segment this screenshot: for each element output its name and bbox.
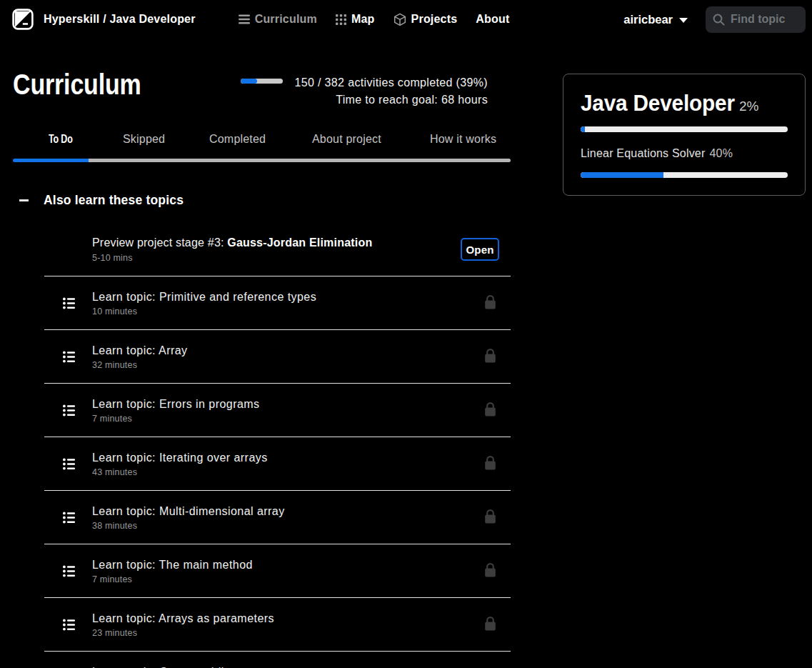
track-title-row: Java Developer2% — [581, 90, 788, 119]
topic-list: Preview project stage #3: Gauss-Jordan E… — [44, 162, 511, 668]
menu-icon — [239, 14, 250, 24]
lock-icon — [484, 455, 496, 470]
nav-label-about: About — [476, 13, 509, 26]
lock-icon — [484, 294, 496, 309]
topic-title[interactable]: Learn topic: Errors in programs — [92, 397, 259, 412]
track-percent: 2% — [739, 99, 758, 114]
nav-item-curriculum[interactable]: Curriculum — [239, 13, 317, 26]
topic-list-icon — [63, 565, 75, 577]
search-icon — [713, 14, 725, 26]
topic-title[interactable]: Learn topic: Iterating over arrays — [92, 450, 268, 465]
preview-project-name: Gauss-Jordan Elimination — [227, 236, 372, 249]
tab-to-do[interactable]: To Do — [49, 133, 73, 146]
topic-list-icon — [63, 619, 75, 631]
topic-title[interactable]: Learn topic: Primitive and reference typ… — [92, 289, 316, 304]
topic-row[interactable]: Learn topic: Command-line arguments — [44, 652, 511, 668]
topic-duration: 7 minutes — [92, 573, 132, 586]
topic-row[interactable]: Learn topic: The main method 7 minutes — [44, 544, 511, 598]
lock-icon — [484, 616, 496, 631]
nav-item-map[interactable]: Map — [336, 13, 375, 26]
cube-icon — [394, 13, 406, 26]
topic-duration: 10 minutes — [92, 305, 137, 318]
brand-title[interactable]: Hyperskill / Java Developer — [44, 13, 196, 26]
topic-duration: 7 minutes — [92, 412, 132, 425]
topic-row[interactable]: Learn topic: Array 32 minutes — [44, 330, 511, 384]
project-progress-fill — [581, 172, 663, 178]
topic-row[interactable]: Learn topic: Errors in programs 7 minute… — [44, 384, 511, 437]
preview-project-row[interactable]: Preview project stage #3: Gauss-Jordan E… — [44, 218, 511, 276]
nav-label-projects: Projects — [411, 13, 458, 26]
topic-duration: 38 minutes — [92, 519, 137, 532]
search-input[interactable] — [731, 13, 798, 26]
chevron-down-icon — [679, 18, 688, 23]
topic-duration: 23 minutes — [92, 627, 137, 639]
topic-title[interactable]: Learn topic: Multi-dimensional array — [92, 504, 285, 519]
topic-list-icon — [63, 458, 75, 470]
topic-title[interactable]: Learn topic: Array — [92, 343, 188, 358]
track-progress-bar — [581, 126, 788, 132]
topic-row[interactable]: Learn topic: Multi-dimensional array 38 … — [44, 491, 511, 544]
collapse-icon[interactable] — [19, 191, 29, 209]
nav-item-projects[interactable]: Projects — [394, 13, 458, 26]
tab-about-project[interactable]: About project — [312, 133, 381, 146]
track-progress-card: Java Developer2% Linear Equations Solver… — [563, 74, 806, 196]
lock-icon — [484, 509, 496, 524]
main-nav: Curriculum Map Projects — [239, 13, 510, 26]
tab-how-it-works[interactable]: How it works — [430, 133, 496, 146]
topic-title[interactable]: Learn topic: Arrays as parameters — [92, 611, 274, 626]
nav-label-curriculum: Curriculum — [255, 13, 317, 26]
lock-icon — [484, 348, 496, 363]
track-title: Java Developer — [581, 90, 735, 116]
search-box[interactable] — [706, 6, 806, 33]
username: airicbear — [623, 13, 673, 26]
topic-duration: 32 minutes — [92, 359, 137, 372]
progress-summary: 150 / 382 activities completed (39%) Tim… — [294, 74, 488, 108]
lock-icon — [484, 562, 496, 577]
topic-list-icon — [63, 297, 75, 309]
project-title-row: Linear Equations Solver40% — [581, 146, 788, 161]
topic-row[interactable]: Learn topic: Iterating over arrays 43 mi… — [44, 437, 511, 491]
project-progress-bar — [581, 172, 788, 178]
topic-duration: 43 minutes — [92, 466, 137, 479]
page-title: Curriculum — [13, 68, 141, 101]
topic-title[interactable]: Learn topic: Command-line arguments — [92, 664, 298, 668]
topic-row[interactable]: Learn topic: Arrays as parameters 23 min… — [44, 598, 511, 652]
activities-progress-fill — [241, 79, 257, 84]
activities-progress-bar — [241, 79, 283, 84]
grid-icon — [336, 14, 346, 25]
project-percent: 40% — [709, 147, 733, 159]
topic-row[interactable]: Learn topic: Primitive and reference typ… — [44, 276, 511, 330]
topic-list-icon — [63, 404, 75, 417]
project-title: Linear Equations Solver — [581, 147, 705, 159]
preview-project-prefix: Preview project stage #3: — [92, 236, 227, 249]
preview-project-title[interactable]: Preview project stage #3: Gauss-Jordan E… — [92, 235, 372, 250]
tab-completed[interactable]: Completed — [209, 133, 266, 146]
topic-list-icon — [63, 512, 75, 524]
preview-project-duration: 5-10 mins — [92, 251, 133, 264]
user-menu[interactable]: airicbear — [623, 13, 688, 26]
open-button[interactable]: Open — [461, 238, 499, 261]
top-navbar: Hyperskill / Java Developer Curriculum — [0, 0, 812, 39]
lock-icon — [484, 402, 496, 417]
activities-completed-text: 150 / 382 activities completed (39%) — [294, 74, 488, 91]
track-progress-fill — [581, 126, 585, 132]
nav-item-about[interactable]: About — [476, 13, 509, 26]
nav-label-map: Map — [351, 13, 375, 26]
tab-skipped[interactable]: Skipped — [123, 133, 165, 146]
topic-title[interactable]: Learn topic: The main method — [92, 557, 253, 572]
topic-list-icon — [63, 351, 75, 363]
time-to-goal-text: Time to reach goal: 68 hours — [294, 91, 488, 109]
hyperskill-logo-icon[interactable] — [12, 9, 34, 30]
